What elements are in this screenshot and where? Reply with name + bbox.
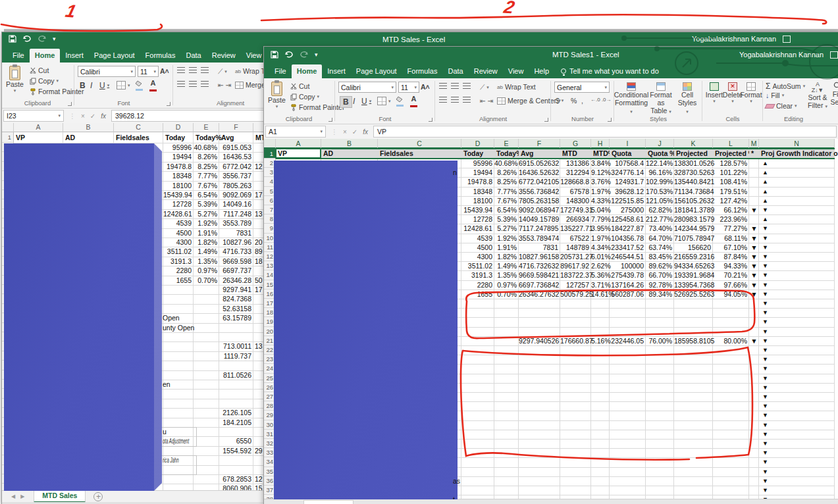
italic-button[interactable]: I	[353, 97, 355, 106]
cell-H12[interactable]: 6.01%	[591, 252, 608, 261]
cell-K15[interactable]: 133954.7368	[674, 280, 711, 290]
cell-M11[interactable]: ▼	[749, 243, 759, 252]
cell-E15[interactable]: 0.97%	[194, 266, 217, 275]
cell-K5[interactable]: 71134.73684	[674, 187, 711, 196]
cell-L13[interactable]: 94.33%	[713, 261, 747, 270]
column-header-F[interactable]: F	[219, 123, 253, 132]
cell-D2[interactable]: 95996	[163, 143, 192, 152]
cell-E6[interactable]: 7.67%	[194, 181, 217, 190]
cell-F14[interactable]: 9669.598	[219, 257, 251, 266]
cell-J14[interactable]: 66.70%	[646, 270, 672, 280]
number-format-combo[interactable]: General▾	[554, 82, 610, 93]
ribbon-tab-formulas[interactable]: Formulas	[140, 49, 181, 63]
cell-K12[interactable]: 216559.2316	[674, 252, 711, 261]
cell-D5[interactable]: 18348	[461, 187, 492, 196]
header-cell-A[interactable]: VP	[16, 132, 63, 143]
dialog-launcher[interactable]	[167, 102, 170, 106]
header-cell-H[interactable]: MTD%	[591, 149, 610, 159]
ribbon-tab-data[interactable]: Data	[442, 64, 468, 78]
cell-G15[interactable]: 127257	[560, 280, 589, 290]
cell-N33[interactable]: ▼	[762, 448, 768, 457]
ribbon-tab-file[interactable]: File	[269, 64, 292, 78]
redo-icon[interactable]	[38, 35, 47, 43]
cell-F37[interactable]: 678.2853	[219, 474, 251, 484]
enter-icon[interactable]: ✓	[352, 128, 357, 136]
cell-N3[interactable]: ▲	[762, 168, 768, 177]
sort-filter-button[interactable]: AZ↓▼ Sort &Filter ▾	[808, 82, 827, 109]
header-cell-L[interactable]: Projected %	[713, 149, 749, 159]
cell-E5[interactable]: 7.77%	[194, 171, 217, 180]
quick-access-toolbar[interactable]: ▾	[9, 35, 56, 43]
cell-N23[interactable]: ▼	[762, 355, 768, 364]
cell-N7[interactable]: ▼	[762, 205, 768, 214]
cell-N28[interactable]: ▼	[762, 401, 768, 411]
dialog-launcher[interactable]	[328, 118, 332, 122]
cell-D6[interactable]: 18100	[461, 196, 492, 205]
cell-E15[interactable]: 0.97%	[494, 280, 517, 290]
cell-K16[interactable]: 526925.5263	[674, 290, 711, 299]
cell-G10[interactable]: 67522	[560, 234, 589, 243]
active-cell-outline[interactable]	[275, 148, 321, 159]
cell-N13[interactable]: ▼	[762, 261, 768, 270]
cell-K4[interactable]: 135440.8421	[674, 177, 711, 186]
cell-L6[interactable]: 127.42%	[713, 196, 747, 205]
paste-button[interactable]: Paste▾	[6, 66, 24, 93]
qat-customize-icon[interactable]: ▾	[315, 51, 318, 58]
cell-D14[interactable]: 3191.3	[163, 257, 192, 266]
column-header-J[interactable]: J	[646, 139, 674, 149]
cell-N29[interactable]: ▼	[762, 411, 768, 420]
cell-I2[interactable]: 107568.4	[610, 159, 644, 168]
cell-K21[interactable]: 185958.8105	[674, 336, 711, 345]
cell-E3[interactable]: 8.26%	[194, 152, 217, 161]
cell-I21[interactable]: 232446.05	[610, 336, 644, 345]
cell-E12[interactable]: 1.82%	[494, 252, 517, 261]
name-box[interactable]: I23▾	[3, 110, 64, 122]
cell-L14[interactable]: 70.21%	[713, 270, 747, 280]
cell-L8[interactable]: 223.96%	[713, 214, 747, 224]
cell-D3[interactable]: 19494	[163, 152, 192, 161]
cell-M9[interactable]: ▼	[749, 224, 759, 233]
header-cell-E[interactable]: Today%	[196, 132, 219, 143]
cell-F16[interactable]: 26346.28	[219, 276, 251, 285]
cell-I11[interactable]: 233417.52	[610, 243, 644, 252]
cell-N9[interactable]: ▼	[762, 224, 768, 233]
cell-H8[interactable]: 7.79%	[591, 214, 608, 224]
cell-M21[interactable]: ▼	[749, 336, 759, 345]
column-header-B[interactable]: B	[321, 139, 378, 149]
cell-K14[interactable]: 193391.9684	[674, 270, 711, 280]
cell-I16[interactable]: 560287.06	[610, 290, 644, 299]
cell-N26[interactable]: ▼	[762, 383, 768, 392]
cell-D15[interactable]: 2280	[461, 280, 492, 290]
cell-D12[interactable]: 4300	[163, 238, 192, 247]
cell-E5[interactable]: 7.77%	[494, 187, 517, 196]
cell-E16[interactable]: 0.70%	[194, 276, 217, 285]
cell-D14[interactable]: 3191.3	[461, 270, 492, 280]
header-cell-D[interactable]: Today	[461, 149, 494, 159]
cell-M15[interactable]: ▼	[749, 280, 759, 290]
cell-F20[interactable]: 63.15789	[219, 313, 251, 322]
enter-icon[interactable]: ✓	[90, 113, 95, 120]
cell-J6[interactable]: 121.05%	[646, 196, 672, 205]
cell-N10[interactable]: ▼	[762, 234, 768, 243]
cell-K7[interactable]: 181841.3789	[674, 205, 711, 214]
cell-I5[interactable]: 39628.12	[610, 187, 644, 196]
ribbon-tab-page-layout[interactable]: Page Layout	[351, 64, 402, 78]
ribbon-tab-insert[interactable]: Insert	[322, 64, 351, 78]
header-cell-M[interactable]: *	[749, 149, 759, 159]
cell-D7[interactable]: 15439.94	[461, 205, 492, 214]
font-name-combo[interactable]: Calibri▾	[338, 82, 396, 93]
column-header-L[interactable]: L	[713, 139, 749, 149]
cell-H11[interactable]: 4.34%	[591, 243, 608, 252]
cell-L5[interactable]: 179.51%	[713, 187, 747, 196]
borders-button[interactable]: ▾	[377, 97, 391, 105]
cell-D6[interactable]: 18100	[163, 181, 192, 190]
cell-E4[interactable]: 8.25%	[494, 177, 517, 186]
cell-N6[interactable]: ▲	[762, 196, 768, 205]
cell-F14[interactable]: 9669.598421	[519, 270, 558, 280]
cell-F30[interactable]: 2126.105	[219, 408, 251, 417]
save-icon[interactable]	[9, 35, 16, 43]
cell-F8[interactable]: 14049.15789	[519, 214, 558, 224]
cell-J9[interactable]: 73.40%	[646, 224, 672, 233]
cell-N8[interactable]: ▲	[762, 214, 768, 224]
column-header-F[interactable]: F	[519, 139, 560, 149]
